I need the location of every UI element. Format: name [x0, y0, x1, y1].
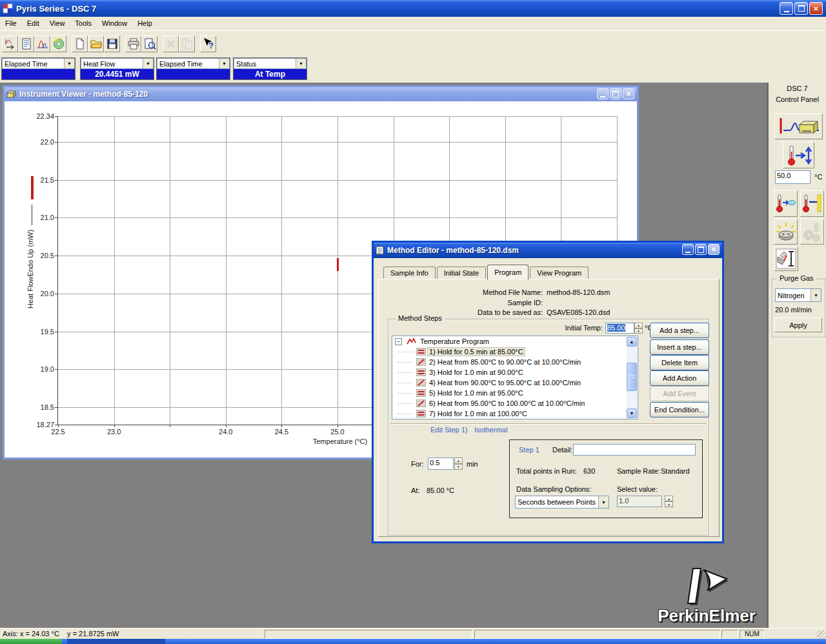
tab-view-program[interactable]: View Program: [530, 267, 589, 279]
menu-help[interactable]: Help: [132, 17, 157, 30]
initial-temp-label: Initial Temp:: [522, 324, 603, 332]
readout-selector[interactable]: Elapsed Time: [2, 58, 75, 69]
add-action-button[interactable]: Add Action: [650, 370, 709, 386]
furnace-lamp-button[interactable]: [774, 219, 798, 245]
tree-connector: [398, 372, 413, 373]
dialog-minimize-button[interactable]: [682, 244, 694, 255]
method-step-label: 2) Heat from 85.00°C to 90.00°C at 10.00…: [428, 358, 582, 366]
sample-temp-button[interactable]: [774, 190, 798, 217]
initial-temp-field[interactable]: 85.00: [605, 323, 634, 334]
sample-rate-value: Standard: [661, 467, 690, 475]
y-tick-label: 19.0: [22, 365, 54, 373]
add-a-step-button[interactable]: Add a step...: [650, 323, 709, 338]
tab-sample-info[interactable]: Sample Info: [383, 267, 436, 279]
toolbar-copy-button: [179, 35, 195, 52]
apply-button[interactable]: Apply: [774, 317, 822, 332]
spin-down-icon[interactable]: [665, 501, 673, 507]
initial-temp-spinner[interactable]: [634, 323, 643, 334]
for-spinner[interactable]: [454, 458, 463, 470]
method-step-row-7[interactable]: 7) Hold for 1.0 min at 100.00°C: [392, 408, 638, 419]
toolbar-help-pointer-button[interactable]: ?: [200, 35, 216, 52]
y-tick-label: 20.0: [22, 290, 54, 297]
dropdown-arrow-icon[interactable]: [64, 59, 74, 68]
toolbar-print-button[interactable]: [125, 35, 141, 52]
readout-selector[interactable]: Elapsed Time: [157, 58, 230, 69]
purge-gas-select[interactable]: Nitrogen: [775, 288, 821, 302]
spin-up-icon[interactable]: [634, 323, 643, 328]
minimize-button[interactable]: [780, 2, 793, 15]
menu-file[interactable]: File: [0, 17, 22, 30]
readout-value: At Temp: [234, 69, 307, 79]
method-step-row-2[interactable]: 2) Heat from 85.00°C to 90.00°C at 10.00…: [392, 357, 638, 367]
close-button[interactable]: [809, 2, 823, 15]
toolbar-print-preview-button[interactable]: [141, 35, 157, 52]
spin-up-icon[interactable]: [454, 458, 463, 464]
detail-field[interactable]: [573, 444, 696, 456]
end-condition-button[interactable]: End Condition...: [650, 402, 709, 418]
task-button-fragment[interactable]: [67, 639, 165, 644]
readout-selector[interactable]: Heat Flow: [81, 58, 154, 69]
method-step-row-6[interactable]: 6) Heat from 95.00°C to 100.00°C at 10.0…: [392, 398, 638, 408]
method-step-row-3[interactable]: 3) Hold for 1.0 min at 90.00°C: [392, 367, 638, 377]
hold-step-icon: [416, 348, 426, 356]
toolbar-save-button[interactable]: [104, 35, 120, 52]
tab-initial-state[interactable]: Initial State: [437, 267, 486, 279]
y-tick-mark: [55, 332, 58, 332]
delete-item-button[interactable]: Delete Item: [650, 355, 709, 370]
instrument-viewer-titlebar[interactable]: Instrument Viewer - method-85-120: [5, 87, 637, 101]
viewer-maximize-button[interactable]: [610, 88, 621, 99]
y-tick-label: 21.0: [22, 214, 54, 221]
toolbar-pyris-player-button[interactable]: [50, 35, 66, 52]
viewer-minimize-button[interactable]: [597, 88, 609, 99]
select-value-spinner[interactable]: [665, 496, 673, 507]
menu-tools[interactable]: Tools: [70, 17, 97, 30]
viewer-close-button[interactable]: [623, 88, 634, 99]
for-field[interactable]: 0.5: [428, 458, 454, 470]
load-sample-button[interactable]: [774, 247, 798, 271]
readout-selector[interactable]: Status: [234, 58, 307, 69]
dialog-maximize-button[interactable]: [695, 244, 707, 255]
method-step-row-1[interactable]: 1) Hold for 0.5 min at 85.00°C: [392, 347, 638, 357]
step-detail-panel: Step 1 Detail: Total points in Run: 630 …: [509, 439, 703, 518]
dropdown-arrow-icon[interactable]: [598, 496, 609, 508]
menu-window[interactable]: Window: [97, 17, 132, 30]
sampling-options-select[interactable]: Seconds between Points: [515, 496, 609, 508]
toolbar-instrument-viewer-button[interactable]: [2, 35, 18, 52]
dropdown-arrow-icon[interactable]: [811, 289, 821, 301]
spin-down-icon[interactable]: [634, 328, 643, 334]
start-button-fragment[interactable]: [0, 639, 62, 644]
resize-grip[interactable]: [817, 630, 825, 639]
run-method-button[interactable]: [774, 114, 823, 139]
method-steps-list[interactable]: −Temperature Program1) Hold for 0.5 min …: [392, 336, 638, 419]
menu-edit[interactable]: Edit: [22, 17, 45, 30]
temp-setpoint-field[interactable]: 50.0: [775, 170, 811, 184]
y-tick-mark: [55, 425, 58, 425]
insert-a-step-button[interactable]: Insert a step...: [650, 339, 709, 355]
dialog-close-button[interactable]: [708, 244, 720, 255]
goto-temp-button[interactable]: [783, 142, 814, 168]
y-gridline: [58, 142, 617, 143]
spin-down-icon[interactable]: [454, 464, 463, 470]
maximize-button[interactable]: [794, 2, 808, 15]
temp-program-icon: [407, 337, 417, 345]
tab-program[interactable]: Program: [487, 265, 529, 280]
toolbar-new-file-button[interactable]: [72, 35, 88, 52]
dropdown-arrow-icon[interactable]: [296, 59, 306, 68]
tree-connector: [398, 362, 413, 363]
toolbar-method-editor-button[interactable]: [18, 35, 34, 52]
method-step-row-4[interactable]: 4) Heat from 90.00°C to 95.00°C at 10.00…: [392, 377, 638, 388]
status-axis-text: Axis: x = 24.03 °C y = 21.8725 mW: [3, 630, 119, 638]
dropdown-arrow-icon[interactable]: [219, 59, 229, 68]
toolbar-data-analysis-button[interactable]: [34, 35, 50, 52]
method-step-row-5[interactable]: 5) Hold for 1.0 min at 95.00°C: [392, 388, 638, 398]
hold-temp-button[interactable]: [800, 190, 824, 217]
select-value-field[interactable]: 1.0: [617, 496, 662, 507]
method-editor-titlebar[interactable]: Method Editor - method-85-120.dsm: [374, 243, 722, 258]
toolbar-open-file-button[interactable]: [88, 35, 104, 52]
sample-rate-label: Sample Rate:: [617, 467, 660, 475]
tree-root-row[interactable]: −Temperature Program: [392, 336, 638, 347]
dropdown-arrow-icon[interactable]: [143, 59, 153, 68]
expander-minus-icon[interactable]: −: [395, 338, 402, 345]
menu-view[interactable]: View: [45, 17, 70, 30]
spin-up-icon[interactable]: [665, 496, 673, 501]
